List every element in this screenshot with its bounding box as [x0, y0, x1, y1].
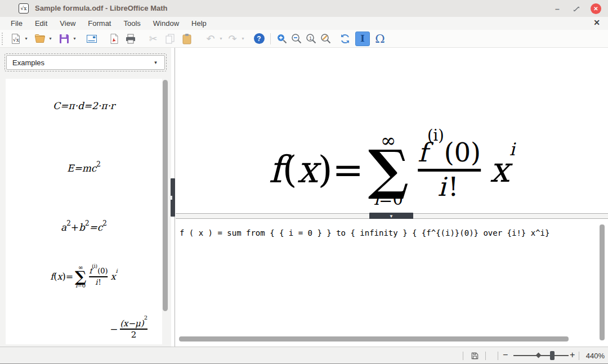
statusbar-separator [579, 352, 579, 360]
email-icon [86, 33, 98, 45]
zoom-in-button[interactable] [275, 32, 289, 46]
zoom-out-control[interactable]: − [503, 350, 508, 360]
redo-icon: ↷ [228, 34, 236, 44]
open-dropdown-caret[interactable]: ▾ [47, 36, 53, 41]
statusbar-separator [498, 352, 498, 360]
zoom-in-icon [276, 33, 288, 45]
zoom-out-icon [290, 33, 303, 45]
redo-button: ↷ [225, 32, 240, 46]
command-horizontal-scrollbar[interactable] [179, 336, 601, 341]
copy-button [163, 32, 177, 46]
example-circle-formula[interactable]: C=π·d=2·π·r [6, 100, 162, 111]
restore-button[interactable] [571, 3, 582, 15]
save-dropdown-caret[interactable]: ▾ [71, 36, 78, 41]
menu-help[interactable]: Help [185, 17, 213, 29]
update-button[interactable] [338, 32, 352, 46]
new-document-button[interactable]: √x [8, 32, 23, 46]
restore-icon [573, 5, 580, 13]
app-window: √x Sample formula.odf - LibreOffice Math… [0, 0, 608, 364]
sum-symbol: ∑ [368, 150, 409, 191]
menu-view[interactable]: View [53, 17, 82, 29]
command-vertical-scrollbar[interactable] [600, 224, 605, 340]
export-pdf-button[interactable] [107, 32, 122, 46]
main-taylor-formula: f(x)= ∞ ∑ i=0 f(i)(0) i! xi [269, 131, 515, 209]
command-editor[interactable]: f ( x ) = sum from { { i = 0 } } to { in… [176, 219, 608, 347]
sum-symbol: ∑ [75, 271, 86, 282]
example-pythagoras-formula[interactable]: a2+b2=c2 [6, 221, 162, 233]
formula-cursor-icon: I [360, 33, 364, 44]
new-document-icon: √x [10, 33, 22, 45]
examples-panel: C=π·d=2·π·r E=mc2 a2+b2=c2 f(x)= ∞ ∑ i=0… [6, 79, 162, 344]
vertical-splitter-notch [171, 196, 172, 200]
help-button[interactable]: ? [252, 32, 266, 46]
open-folder-icon [34, 33, 46, 45]
zoom-slider-100-marker [536, 353, 542, 358]
zoom-level-value[interactable]: 440% [583, 352, 605, 360]
toolbar-separator [270, 33, 271, 44]
document-saved-indicator[interactable] [471, 352, 479, 362]
zoom-in-control[interactable]: + [570, 350, 575, 360]
svg-text:√x: √x [13, 37, 19, 42]
refresh-icon [339, 33, 351, 45]
printer-icon [124, 33, 137, 45]
save-button[interactable] [57, 32, 71, 46]
scissors-icon: ✂ [149, 34, 157, 44]
zoom-100-icon: 1 [305, 33, 318, 45]
save-icon [58, 33, 70, 45]
undo-button: ↶ [203, 32, 218, 46]
titlebar: √x Sample formula.odf - LibreOffice Math… [0, 0, 608, 17]
menu-edit[interactable]: Edit [29, 17, 53, 29]
cut-button: ✂ [146, 32, 160, 46]
combobox-caret-icon[interactable]: ▾ [153, 60, 159, 65]
toolbar: √x ▾ ▾ ▾ [0, 30, 608, 48]
sidebar-scrollbar[interactable] [162, 80, 168, 344]
example-taylor-formula[interactable]: f(x)= ∞ ∑ i=0 f(i)(0) i! xi [50, 264, 118, 289]
svg-text:1: 1 [309, 35, 312, 41]
close-button[interactable]: ✕ [591, 3, 601, 14]
zoom-out-button[interactable] [289, 32, 304, 46]
statusbar: − + 440% [0, 347, 608, 364]
vertical-splitter-handle[interactable] [171, 178, 175, 217]
formula-display-area: f(x)= ∞ ∑ i=0 f(i)(0) i! xi [176, 48, 608, 213]
help-icon: ? [254, 33, 265, 44]
toolbar-grip[interactable] [2, 33, 5, 45]
window-title: Sample formula.odf - LibreOffice Math [35, 4, 167, 12]
show-all-button[interactable] [319, 32, 333, 46]
zoom-slider-handle[interactable] [550, 351, 555, 360]
symbols-button[interactable]: Ω [373, 32, 387, 46]
redo-dropdown-caret: ▾ [240, 36, 246, 41]
libreoffice-math-icon: √x [19, 3, 29, 14]
show-all-icon [320, 33, 332, 45]
print-button[interactable] [123, 32, 138, 46]
sidebar-scrollbar-thumb[interactable] [163, 80, 168, 311]
close-document-button[interactable]: ✕ [593, 18, 600, 27]
formula-cursor-button[interactable]: I [355, 32, 370, 46]
undo-icon: ↶ [206, 34, 214, 44]
export-pdf-icon [108, 33, 120, 45]
menu-file[interactable]: File [5, 17, 29, 29]
zoom-100-button[interactable]: 1 [304, 32, 319, 46]
example-emc2-formula[interactable]: E=mc2 [6, 161, 162, 174]
command-vertical-scrollbar-thumb[interactable] [600, 224, 605, 340]
save-state-icon [471, 352, 479, 360]
horizontal-splitter[interactable]: ▼ [176, 213, 608, 219]
command-horizontal-scrollbar-thumb[interactable] [179, 336, 569, 341]
menu-window[interactable]: Window [147, 17, 185, 29]
example-gauss-formula[interactable]: − (x−μ)2 2 [109, 318, 147, 340]
menu-tools[interactable]: Tools [117, 17, 146, 29]
category-combobox-label: Examples [12, 59, 153, 67]
open-button[interactable] [33, 32, 47, 46]
menu-format[interactable]: Format [82, 17, 117, 29]
command-input[interactable]: f ( x ) = sum from { { i = 0 } } to { in… [180, 228, 549, 237]
chevron-down-icon: ▼ [389, 214, 394, 219]
email-document-button[interactable] [84, 32, 99, 46]
paste-button[interactable] [180, 32, 194, 46]
undo-dropdown-caret: ▾ [218, 36, 224, 41]
fraction-bar [89, 276, 108, 277]
category-combobox[interactable]: Examples ▾ [5, 53, 167, 71]
new-dropdown-caret[interactable]: ▾ [23, 36, 29, 41]
omega-icon: Ω [375, 32, 385, 46]
paste-clipboard-icon [181, 33, 193, 45]
statusbar-separator [463, 352, 463, 360]
minimize-button[interactable]: – [552, 3, 563, 15]
